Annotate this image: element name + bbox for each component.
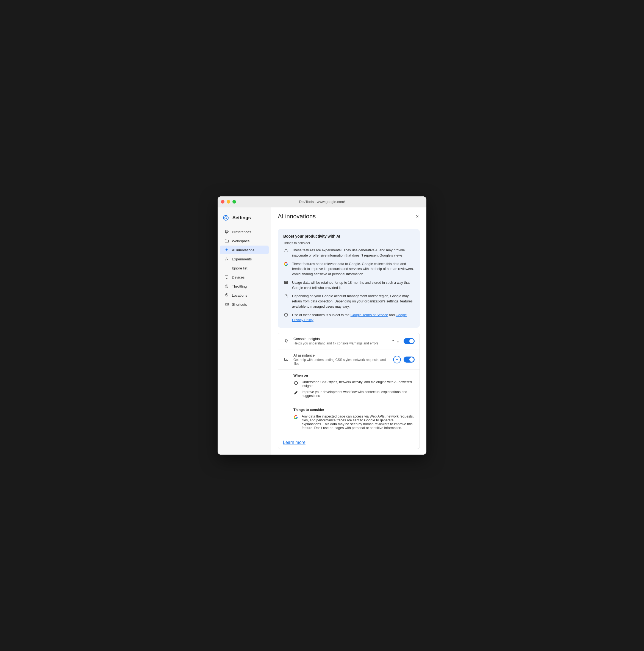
settings-app-icon <box>222 214 230 222</box>
console-insights-actions: ⌄ <box>390 337 415 345</box>
sidebar-item-label-throttling: Throttling <box>232 284 247 288</box>
info-text-tos: Use of these features is subject to the … <box>292 313 414 323</box>
svg-point-1 <box>225 217 227 219</box>
when-on-item-css: Understand CSS styles, network activity,… <box>294 380 415 388</box>
things-consider-title: Things to consider <box>294 408 415 412</box>
info-text-management: Depending on your Google account managem… <box>292 293 414 309</box>
sidebar-item-workspace[interactable]: Workspace <box>220 237 269 245</box>
when-on-section: When on Understand CSS styles, network a… <box>278 370 420 404</box>
document-icon <box>283 294 289 300</box>
sidebar-item-experiments[interactable]: Experiments <box>220 255 269 264</box>
lightbulb-icon <box>283 338 289 344</box>
sidebar-item-locations[interactable]: Locations <box>220 291 269 300</box>
sidebar: Settings Preferences <box>218 207 271 455</box>
ai-assistance-info: AI assistance Get help with understandin… <box>294 353 389 366</box>
console-insights-row: Console Insights Helps you understand an… <box>278 333 420 349</box>
sidebar-item-label-workspace: Workspace <box>232 239 250 243</box>
calendar-icon <box>283 280 289 286</box>
ai-chat-icon <box>283 356 289 363</box>
ai-assistance-title: AI assistance <box>294 353 389 358</box>
close-window-button[interactable] <box>221 200 224 204</box>
learn-more-link[interactable]: Learn more <box>283 440 306 445</box>
info-box: Boost your productivity with AI Things t… <box>278 229 420 328</box>
info-text-google: These features send relevant data to Goo… <box>292 261 414 277</box>
sidebar-item-devices[interactable]: Devices <box>220 273 269 282</box>
console-insights-desc: Helps you understand and fix console war… <box>294 341 386 345</box>
window-controls <box>221 200 236 204</box>
svg-point-0 <box>223 215 228 220</box>
sidebar-item-label-ignore: Ignore list <box>232 266 247 270</box>
sidebar-item-label-ai: AI innovations <box>232 248 254 252</box>
ai-assistance-row: AI assistance Get help with understandin… <box>278 349 420 370</box>
sidebar-item-shortcuts[interactable]: Shortcuts <box>220 300 269 309</box>
app-window: DevTools - www.google.com/ Settings <box>218 196 426 455</box>
sidebar-item-label-locations: Locations <box>232 293 247 298</box>
console-insights-title: Console Insights <box>294 337 386 341</box>
window-title: DevTools - www.google.com/ <box>299 200 345 204</box>
privacy-link[interactable]: Google Privacy Policy <box>292 313 407 322</box>
feature-card: Console Insights Helps you understand an… <box>278 333 420 449</box>
page-title: AI innovations <box>278 213 316 220</box>
pencil-icon <box>294 390 298 395</box>
info-item-google: These features send relevant data to Goo… <box>283 261 414 277</box>
sidebar-item-preferences[interactable]: Preferences <box>220 227 269 236</box>
list-icon <box>224 266 229 271</box>
when-on-text-css: Understand CSS styles, network activity,… <box>302 380 415 388</box>
main-panel: AI innovations × Boost your productivity… <box>271 207 426 455</box>
things-to-consider-section: Things to consider Any data the inspecte… <box>278 404 420 436</box>
gauge-icon <box>224 284 229 289</box>
info-circle-icon <box>294 380 298 385</box>
maximize-window-button[interactable] <box>233 200 236 204</box>
sidebar-header: Settings <box>218 212 271 227</box>
things-consider-text-google: Any data the inspected page can access v… <box>302 414 415 430</box>
flask-icon <box>224 256 229 261</box>
main-content: Settings Preferences <box>218 207 426 455</box>
folder-icon <box>224 239 229 243</box>
sidebar-item-label-preferences: Preferences <box>232 230 251 234</box>
learn-more-section: Learn more <box>278 436 420 449</box>
tos-link[interactable]: Google Terms of Service <box>350 313 388 317</box>
console-insights-chevron[interactable]: ⌄ <box>390 337 401 345</box>
gear-icon <box>224 229 229 234</box>
ai-assistance-toggle[interactable] <box>404 356 415 363</box>
when-on-item-workflow: Improve your development workflow with c… <box>294 390 415 398</box>
sidebar-item-ignore-list[interactable]: Ignore list <box>220 264 269 273</box>
ai-assistance-collapse-button[interactable] <box>393 356 401 363</box>
google-consider-icon <box>294 415 298 420</box>
info-text-experimental: These features are experimental. They us… <box>292 248 414 258</box>
sidebar-item-throttling[interactable]: Throttling <box>220 282 269 290</box>
main-header: AI innovations × <box>278 213 420 224</box>
shield-icon <box>283 313 289 318</box>
info-item-management: Depending on your Google account managem… <box>283 293 414 309</box>
sidebar-item-ai-innovations[interactable]: AI innovations <box>220 246 269 254</box>
info-item-tos: Use of these features is subject to the … <box>283 313 414 323</box>
when-on-title: When on <box>294 374 415 377</box>
warning-icon <box>283 248 289 253</box>
google-icon <box>283 262 289 267</box>
info-box-subtitle: Things to consider <box>283 241 414 245</box>
console-insights-info: Console Insights Helps you understand an… <box>294 337 386 345</box>
sidebar-item-label-experiments: Experiments <box>232 257 252 261</box>
close-settings-button[interactable]: × <box>415 213 420 219</box>
sparkle-icon <box>224 247 229 252</box>
info-item-retention: Usage data will be retained for up to 18… <box>283 280 414 290</box>
info-text-retention: Usage data will be retained for up to 18… <box>292 280 414 290</box>
titlebar: DevTools - www.google.com/ <box>218 196 426 207</box>
keyboard-icon <box>224 302 229 307</box>
console-insights-toggle[interactable] <box>404 338 415 344</box>
info-item-experimental: These features are experimental. They us… <box>283 248 414 258</box>
info-box-title: Boost your productivity with AI <box>283 234 414 239</box>
pin-icon <box>224 293 229 298</box>
ai-assistance-desc: Get help with understanding CSS styles, … <box>294 358 389 366</box>
things-consider-item-google: Any data the inspected page can access v… <box>294 414 415 430</box>
minimize-window-button[interactable] <box>227 200 230 204</box>
sidebar-app-title: Settings <box>233 215 251 221</box>
device-icon <box>224 275 229 280</box>
when-on-text-workflow: Improve your development workflow with c… <box>302 390 415 398</box>
sidebar-item-label-devices: Devices <box>232 275 245 279</box>
ai-assistance-actions <box>393 356 415 363</box>
sidebar-item-label-shortcuts: Shortcuts <box>232 303 247 307</box>
